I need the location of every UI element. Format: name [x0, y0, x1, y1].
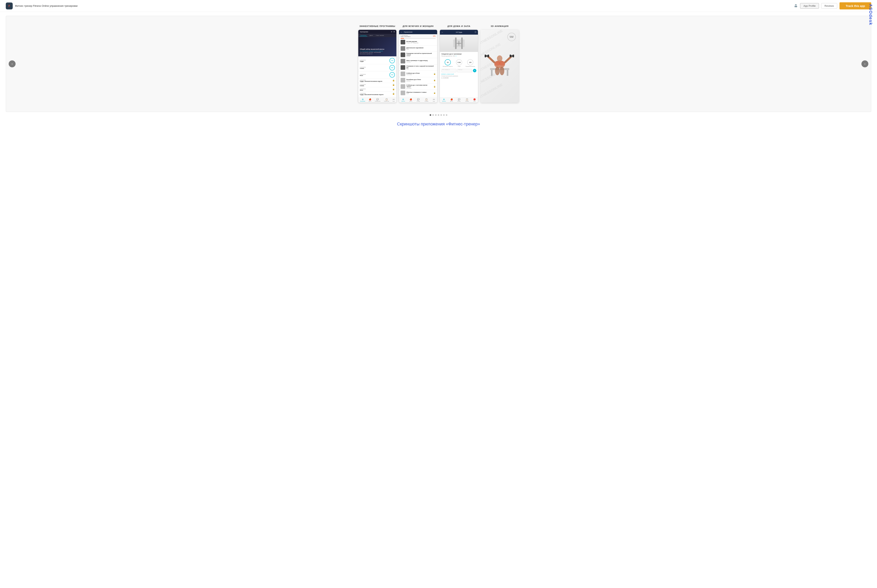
dot-7[interactable]: [446, 114, 447, 116]
screen2-bottom-nav: ⊞ Занятия 🍎 Диета 💬 Сообщ. 📋: [399, 98, 437, 102]
exercise-rec: Рекомендуемый вес: 30кг ⓘ: [440, 55, 478, 58]
workout-item-7: 7 тренировка Грудь. Высокоинтенсивная не…: [358, 92, 396, 96]
phone-panel-4: 3D АНИМАЦИЯ FITNESSONLINE FITNESSONLINE …: [480, 25, 519, 103]
svg-rect-2: [461, 38, 463, 49]
workout-lock-5: 🔒: [392, 84, 395, 86]
screen1-tabs: Тренировки Диета Спорт. питание: [358, 34, 396, 37]
screen1-label: ЭФФЕКТИВНЫЕ ПРОГРАММЫ: [360, 25, 396, 27]
svg-rect-1: [455, 38, 457, 49]
bottom-nav-diet[interactable]: 🍎 Диета: [369, 98, 371, 102]
screen2-title: Упражнения: [404, 31, 412, 33]
exercise-item-1: Беговая дорожка 23 мин, 170 - 180уд./мин: [399, 39, 437, 45]
carousel-dots: [6, 114, 871, 116]
exercise-list: 1 тренировка грудь+спинаПресс 10% Бегова…: [399, 34, 437, 96]
svg-rect-20: [513, 55, 514, 57]
svg-rect-18: [487, 55, 489, 57]
dot-2[interactable]: [432, 114, 434, 116]
tab-app-profile[interactable]: App Profile: [800, 3, 819, 9]
exercise-item-4: Жим в тренажере от груди вперед 4x12x0кг: [399, 58, 437, 64]
timer-row: 15 Повторений требуется 0:26 Отдых: [440, 58, 478, 68]
aso-logo: ASOdesk: [868, 4, 873, 26]
svg-point-12: [497, 56, 502, 62]
app-name: Фитнес тренер Fitness Online упражнения …: [15, 4, 792, 7]
history-section: История выполнений упражнения: [440, 75, 478, 77]
workout-item-3: 3 тренировка Ноги 78%: [358, 71, 396, 78]
workout-list: 1 тренировка Грудь 74% 2 тренировка Спин…: [358, 56, 396, 97]
android-icon: [794, 4, 798, 8]
dot-1[interactable]: [430, 114, 431, 116]
exercise-visual: [440, 34, 478, 52]
top-nav: F Фитнес тренер Fitness Online упражнени…: [0, 0, 877, 12]
track-app-button[interactable]: Track this app: [840, 2, 871, 9]
exercise-item-5: Отжимание от пола с широкой постановкой …: [399, 64, 437, 71]
dot-6[interactable]: [443, 114, 445, 116]
bottom-nav-more[interactable]: ••• Ещё: [393, 98, 395, 102]
screen4-label: 3D АНИМАЦИЯ: [491, 25, 509, 27]
bottom-title: Скриншоты приложения «Фитнес-тренер»: [6, 116, 871, 130]
workout-item-6: 6 тренировка Ноги 🔒: [358, 87, 396, 92]
date-row: пт., 21.06.2019: [440, 77, 478, 79]
bottom-nav-community[interactable]: 💬 Сообщество: [375, 98, 381, 102]
bottom-nav-workouts[interactable]: ⊞ Тренировки: [360, 98, 365, 102]
bottom-nav-reference[interactable]: 📋 Справочник: [384, 98, 389, 102]
phone-panel-3: ДЛЯ ДОМА И ЗАЛА ← 1/6 Грудь ⓘ: [440, 25, 478, 103]
phone-screen-1: Тренировки ⏱ ☰ Тренировки Диета Спорт. п…: [358, 30, 397, 103]
comment-link[interactable]: Добавить комментарий: [440, 73, 478, 75]
exercise-detail-name: Сведение рук в тренажере: [440, 52, 478, 55]
athlete-3d-figure: [484, 39, 515, 93]
screen3-header: ← 1/6 Грудь ⓘ: [440, 30, 478, 34]
workout-progress-1: 74%: [390, 58, 395, 63]
tab-reviews[interactable]: Reviews: [821, 3, 837, 9]
svg-rect-19: [510, 55, 511, 57]
svg-point-22: [500, 67, 504, 75]
workout-lock-6: 🔒: [392, 88, 395, 91]
svg-point-21: [495, 67, 500, 75]
app-icon: F: [6, 3, 13, 9]
workout-progress-3: 78%: [390, 72, 395, 78]
weight-input[interactable]: Вес снаряда, кг: [441, 69, 456, 72]
workout-item-4: 4 тренировка Грудь. Низкоинтенсивная нед…: [358, 78, 396, 83]
exercise-item-9: Обратные отжимания от скамьи 3x12 🔒: [399, 90, 437, 96]
screen3-bottom-nav: ⊞ Занятия 🍎 Диета 💬 Сообщ. 📋: [440, 98, 478, 102]
screen1-hero-sub1: 24 тренировки(в среднем 3 раза в неделю)…: [360, 50, 395, 55]
screen1-hero-title: Общий набор мышечной массы: [360, 48, 395, 50]
screen1-header: Тренировки ⏱ ☰: [358, 30, 396, 34]
screen1-tab-workouts[interactable]: Тренировки: [360, 34, 367, 36]
dot-5[interactable]: [441, 114, 442, 116]
phone-screens: ЭФФЕКТИВНЫЕ ПРОГРАММЫ Тренировки ⏱ ☰ Тре…: [358, 25, 519, 103]
svg-rect-6: [490, 68, 509, 70]
input-row: Вес снаряда, кг Повторы +: [440, 68, 478, 73]
phone-screen-2: ← Упражнения 1 тренировка грудь+спинаПре…: [399, 30, 437, 103]
svg-line-14: [505, 57, 511, 62]
screen1-title: Тренировки: [360, 31, 368, 33]
timer-sets: 2/3 Подходов выполнено: [466, 59, 475, 67]
dot-3[interactable]: [435, 114, 436, 116]
svg-rect-7: [491, 70, 493, 76]
main-content: ‹ › ЭФФЕКТИВНЫЕ ПРОГРАММЫ Тренировки ⏱ ☰…: [0, 12, 877, 136]
fitness-logo: FITNESSONLINE: [507, 33, 516, 41]
phone-screen-4: FITNESSONLINE FITNESSONLINE FITNESSONLIN…: [480, 30, 519, 103]
exercise-item-7: Разгибание рук в блоке 3x12x1кг 🔒: [399, 77, 437, 84]
svg-rect-17: [485, 55, 486, 57]
dot-4[interactable]: [438, 114, 439, 116]
workout-lock-4: 🔒: [392, 79, 395, 82]
screen3-title: 1/6 Грудь: [456, 32, 462, 33]
screen2-label: ДЛЯ МУЖЧИН И ЖЕНЩИН: [403, 25, 433, 27]
reps-input[interactable]: Повторы: [457, 69, 472, 72]
carousel-prev-button[interactable]: ‹: [9, 60, 16, 68]
svg-rect-8: [507, 70, 508, 76]
carousel-wrapper: ‹ › ЭФФЕКТИВНЫЕ ПРОГРАММЫ Тренировки ⏱ ☰…: [6, 16, 871, 112]
screen1-tab-nutrition[interactable]: Спорт. питание: [375, 34, 385, 36]
timer-rest: 0:26 Отдых: [456, 59, 462, 67]
exercise-item-3: Разведение гантелей на горизонтальной ск…: [399, 52, 437, 58]
workout-item-1: 1 тренировка Грудь 74%: [358, 57, 396, 64]
exercise-illustration: [451, 36, 466, 51]
workout-item-2: 2 тренировка Спина 76%: [358, 64, 396, 71]
phone-screen-3: ← 1/6 Грудь ⓘ: [440, 30, 478, 103]
add-set-button[interactable]: +: [473, 69, 477, 72]
exercise-item-6: Сгибание рук в блоке 3x12x15вес 🔒: [399, 71, 437, 77]
svg-line-13: [488, 57, 494, 62]
workout-lock-7: 🔒: [392, 93, 395, 95]
carousel-next-button[interactable]: ›: [861, 60, 868, 68]
screen1-tab-diet[interactable]: Диета: [369, 34, 374, 36]
